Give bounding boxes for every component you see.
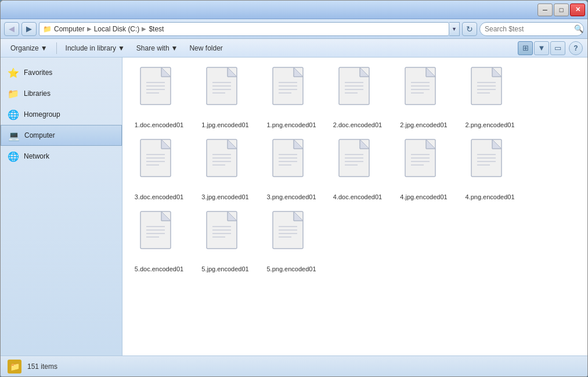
libraries-icon: 📁 xyxy=(8,88,19,99)
file-icon xyxy=(334,66,381,119)
maximize-button[interactable]: □ xyxy=(554,3,569,16)
file-label: 4.doc.encoded01 xyxy=(333,193,382,201)
file-label: 1.png.encoded01 xyxy=(266,121,316,129)
file-label: 5.doc.encoded01 xyxy=(135,265,183,273)
address-bar: ◀ ▶ 📁 Computer ▶ Local Disk (C:) ▶ $test… xyxy=(1,19,587,39)
file-label: 2.png.encoded01 xyxy=(465,121,514,129)
file-label: 1.doc.encoded01 xyxy=(135,121,183,129)
sidebar-item-computer[interactable]: 💻 Computer xyxy=(1,125,122,146)
list-item[interactable]: 2.png.encoded01 xyxy=(458,62,522,132)
list-item[interactable]: 3.png.encoded01 xyxy=(259,134,323,204)
help-button[interactable]: ? xyxy=(569,41,583,55)
folder-status-icon: 📁 xyxy=(10,362,20,371)
homegroup-icon: 🌐 xyxy=(8,109,19,120)
list-item[interactable]: 4.png.encoded01 xyxy=(458,134,522,204)
organize-button[interactable]: Organize ▼ xyxy=(5,41,53,55)
file-icon xyxy=(136,66,182,119)
large-icons-icon: ⊞ xyxy=(522,44,529,52)
include-library-button[interactable]: Include in library ▼ xyxy=(60,41,130,55)
favorites-icon: ⭐ xyxy=(8,67,19,78)
list-item[interactable]: 4.jpg.encoded01 xyxy=(392,134,456,204)
file-icon xyxy=(467,138,513,191)
include-label: Include in library xyxy=(66,44,116,52)
file-label: 2.jpg.encoded01 xyxy=(400,121,447,129)
back-icon: ◀ xyxy=(9,24,15,33)
forward-button[interactable]: ▶ xyxy=(21,22,37,36)
main-area: ⭐ Favorites 📁 Libraries 🌐 Homegroup 💻 Co… xyxy=(1,58,587,356)
file-label: 4.jpg.encoded01 xyxy=(400,193,447,201)
file-icon xyxy=(268,66,315,119)
file-area: 1.doc.encoded01 1.jpg.encoded01 1.png.en… xyxy=(122,58,587,356)
minimize-button[interactable]: ─ xyxy=(538,3,553,16)
new-folder-label: New folder xyxy=(189,44,222,52)
path-separator-1: ▶ xyxy=(87,26,92,32)
view-dropdown-icon: ▼ xyxy=(538,44,546,52)
list-item[interactable]: 2.doc.encoded01 xyxy=(326,62,389,132)
view-dropdown-button[interactable]: ▼ xyxy=(534,41,549,55)
sidebar-label-computer: Computer xyxy=(24,131,55,139)
forward-icon: ▶ xyxy=(26,24,32,33)
share-dropdown-icon: ▼ xyxy=(171,44,178,52)
file-label: 3.doc.encoded01 xyxy=(135,193,183,201)
file-label: 5.jpg.encoded01 xyxy=(201,265,248,273)
path-local-disk: Local Disk (C:) xyxy=(94,25,140,33)
path-computer: Computer xyxy=(54,25,85,33)
file-label: 5.png.encoded01 xyxy=(266,265,316,273)
address-path[interactable]: 📁 Computer ▶ Local Disk (C:) ▶ $test xyxy=(39,22,449,36)
file-icon xyxy=(202,138,248,191)
preview-pane-button[interactable]: ▭ xyxy=(550,41,565,55)
sidebar-label-homegroup: Homegroup xyxy=(24,110,60,119)
toolbar: Organize ▼ Include in library ▼ Share wi… xyxy=(1,39,587,58)
sidebar-item-homegroup[interactable]: 🌐 Homegroup xyxy=(1,104,122,125)
file-icon xyxy=(467,66,513,119)
list-item[interactable]: 5.doc.encoded01 xyxy=(127,206,191,276)
list-item[interactable]: 5.jpg.encoded01 xyxy=(193,206,257,276)
search-box: 🔍 xyxy=(479,22,584,36)
large-icons-view-button[interactable]: ⊞ xyxy=(518,41,533,55)
list-item[interactable]: 2.jpg.encoded01 xyxy=(392,62,456,132)
search-icon[interactable]: 🔍 xyxy=(574,24,583,33)
list-item[interactable]: 5.png.encoded01 xyxy=(259,206,323,276)
sidebar-label-favorites: Favorites xyxy=(24,69,52,77)
status-bar: 📁 151 items xyxy=(1,356,587,376)
list-item[interactable]: 1.jpg.encoded01 xyxy=(193,62,257,132)
file-label: 2.doc.encoded01 xyxy=(333,121,382,129)
file-label: 4.png.encoded01 xyxy=(465,193,514,201)
sidebar: ⭐ Favorites 📁 Libraries 🌐 Homegroup 💻 Co… xyxy=(1,58,122,356)
file-icon xyxy=(136,138,182,191)
help-icon: ? xyxy=(573,44,578,52)
title-bar: ─ □ ✕ xyxy=(1,1,587,19)
organize-dropdown-icon: ▼ xyxy=(41,44,48,52)
status-item-count: 151 items xyxy=(27,362,57,371)
share-with-button[interactable]: Share with ▼ xyxy=(131,41,183,55)
refresh-button[interactable]: ↻ xyxy=(462,22,477,36)
new-folder-button[interactable]: New folder xyxy=(184,41,228,55)
window-controls: ─ □ ✕ xyxy=(538,3,585,16)
file-icon xyxy=(202,66,248,119)
sidebar-item-libraries[interactable]: 📁 Libraries xyxy=(1,83,122,104)
list-item[interactable]: 4.doc.encoded01 xyxy=(326,134,389,204)
path-separator-2: ▶ xyxy=(142,26,146,32)
explorer-window: ─ □ ✕ ◀ ▶ 📁 Computer ▶ Local Disk (C:) ▶… xyxy=(0,0,588,377)
close-button[interactable]: ✕ xyxy=(570,3,585,16)
list-item[interactable]: 1.doc.encoded01 xyxy=(127,62,191,132)
sidebar-item-network[interactable]: 🌐 Network xyxy=(1,146,122,167)
file-icon xyxy=(268,138,315,191)
file-icon xyxy=(401,138,447,191)
back-button[interactable]: ◀ xyxy=(4,22,19,36)
file-icon xyxy=(334,138,381,191)
search-input[interactable] xyxy=(485,25,572,33)
path-folder: $test xyxy=(149,25,164,33)
file-icon xyxy=(136,210,182,263)
list-item[interactable]: 1.png.encoded01 xyxy=(259,62,323,132)
sidebar-item-favorites[interactable]: ⭐ Favorites xyxy=(1,62,122,83)
folder-icon: 📁 xyxy=(43,25,52,33)
file-icon xyxy=(268,210,315,263)
address-dropdown-button[interactable]: ▼ xyxy=(449,22,460,36)
status-folder-icon: 📁 xyxy=(8,360,21,374)
file-icon xyxy=(401,66,447,119)
include-dropdown-icon: ▼ xyxy=(118,44,125,52)
file-icon xyxy=(202,210,248,263)
list-item[interactable]: 3.jpg.encoded01 xyxy=(193,134,257,204)
list-item[interactable]: 3.doc.encoded01 xyxy=(127,134,191,204)
